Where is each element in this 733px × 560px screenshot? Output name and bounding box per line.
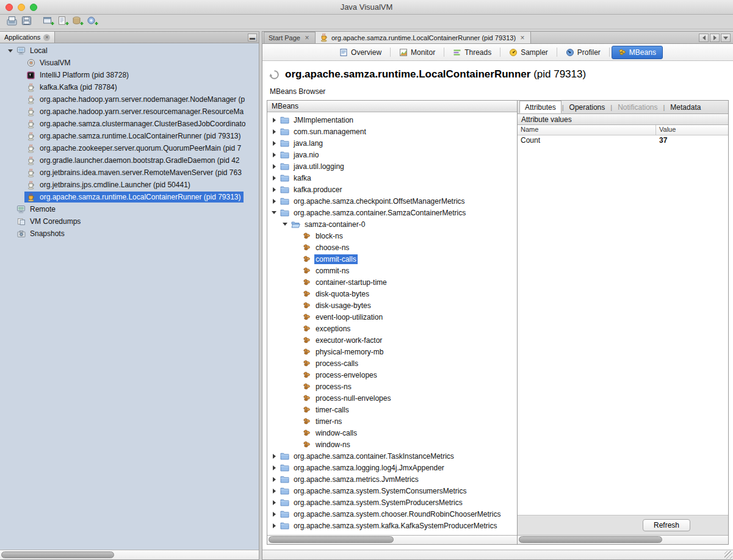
application-tree-item[interactable]: org.apache.samza.runtime.LocalContainerR… bbox=[0, 130, 259, 142]
scrollbar-thumb[interactable] bbox=[269, 536, 394, 543]
close-icon[interactable]: × bbox=[43, 34, 50, 41]
document-tab[interactable]: Start Page× bbox=[264, 32, 316, 43]
mbean-tree-item[interactable]: timer-calls bbox=[267, 404, 517, 415]
tab-attributes[interactable]: Attributes bbox=[519, 101, 561, 113]
scroll-tabs-right-button[interactable] bbox=[710, 34, 720, 42]
disclosure-triangle[interactable] bbox=[270, 523, 278, 528]
documents-list-button[interactable] bbox=[721, 34, 731, 42]
disclosure-triangle[interactable] bbox=[270, 176, 278, 181]
tab-notifications[interactable]: Notifications bbox=[613, 101, 662, 113]
disclosure-triangle[interactable] bbox=[270, 187, 278, 192]
mbean-tree-item[interactable]: java.lang bbox=[267, 137, 517, 149]
mbean-tree-item[interactable]: kafka.producer bbox=[267, 184, 517, 195]
application-tree-item[interactable]: org.gradle.launcher.daemon.bootstrap.Gra… bbox=[0, 154, 259, 167]
application-tree-item[interactable]: VM Coredumps bbox=[0, 215, 259, 228]
open-snapshot-button[interactable] bbox=[5, 16, 20, 28]
mbean-tree-item[interactable]: commit-calls bbox=[267, 253, 517, 265]
application-tree-item[interactable]: org.apache.samza.runtime.LocalContainerR… bbox=[0, 191, 259, 203]
thread-dump-button[interactable] bbox=[56, 16, 71, 28]
mbeans-horizontal-scrollbar[interactable] bbox=[267, 535, 517, 544]
disclosure-triangle[interactable] bbox=[270, 465, 278, 470]
mbean-tree-item[interactable]: commit-ns bbox=[267, 265, 517, 276]
mbean-tree-item[interactable]: executor-work-factor bbox=[267, 334, 517, 346]
mbean-tree-item[interactable]: samza-container-0 bbox=[267, 218, 517, 230]
disclosure-triangle[interactable] bbox=[270, 199, 278, 204]
mbean-tree-item[interactable]: org.apache.samza.system.kafka.KafkaSyste… bbox=[267, 520, 517, 531]
application-tree-item[interactable]: org.apache.hadoop.yarn.server.resourcema… bbox=[0, 106, 259, 118]
disclosure-triangle[interactable] bbox=[270, 141, 278, 146]
application-tree-item[interactable]: Local bbox=[0, 45, 259, 57]
close-icon[interactable]: × bbox=[519, 34, 526, 41]
mbean-tree-item[interactable]: org.apache.samza.system.SystemProducersM… bbox=[267, 497, 517, 508]
application-tree-item[interactable]: org.apache.zookeeper.server.quorum.Quoru… bbox=[0, 142, 259, 154]
view-button-mbeans[interactable]: MBeans bbox=[612, 46, 663, 59]
column-header-name[interactable]: Name bbox=[518, 125, 656, 135]
detail-bottom-scrollbar[interactable] bbox=[262, 550, 733, 559]
disclosure-triangle[interactable] bbox=[270, 500, 278, 505]
application-tree-item[interactable]: org.jetbrains.jps.cmdline.Launcher (pid … bbox=[0, 179, 259, 191]
refresh-button[interactable]: Refresh bbox=[643, 519, 690, 531]
disclosure-triangle[interactable] bbox=[270, 454, 278, 459]
disclosure-triangle[interactable] bbox=[270, 211, 278, 214]
disclosure-triangle[interactable] bbox=[270, 489, 278, 494]
minimize-window-button[interactable] bbox=[18, 4, 25, 11]
scroll-tabs-left-button[interactable] bbox=[699, 34, 709, 42]
mbean-tree-item[interactable]: JMImplementation bbox=[267, 114, 517, 126]
close-icon[interactable]: × bbox=[303, 34, 311, 41]
mbean-tree-item[interactable]: org.apache.samza.logging.log4j.JmxAppend… bbox=[267, 462, 517, 473]
view-button-sampler[interactable]: Sampler bbox=[502, 46, 555, 59]
mbean-tree-item[interactable]: event-loop-utilization bbox=[267, 311, 517, 323]
tab-operations[interactable]: Operations bbox=[565, 101, 610, 113]
close-window-button[interactable] bbox=[5, 4, 13, 11]
mbean-tree-item[interactable]: disk-quota-bytes bbox=[267, 288, 517, 300]
application-tree-item[interactable]: org.apache.hadoop.yarn.server.nodemanage… bbox=[0, 93, 259, 106]
mbean-tree-item[interactable]: window-ns bbox=[267, 439, 517, 450]
scrollbar-thumb[interactable] bbox=[519, 536, 662, 543]
mbean-tree-item[interactable]: org.apache.samza.checkpoint.OffsetManage… bbox=[267, 195, 517, 207]
application-tree-item[interactable]: org.jetbrains.idea.maven.server.RemoteMa… bbox=[0, 167, 259, 179]
tab-applications[interactable]: Applications × bbox=[0, 32, 55, 43]
document-tab[interactable]: org.apache.samza.runtime.LocalContainerR… bbox=[315, 31, 531, 43]
mbean-tree-item[interactable]: kafka bbox=[267, 172, 517, 184]
view-button-monitor[interactable]: Monitor bbox=[392, 46, 442, 59]
mbean-tree-item[interactable]: org.apache.samza.system.SystemConsumersM… bbox=[267, 485, 517, 497]
minimize-panel-button[interactable]: ▬ bbox=[248, 34, 257, 41]
attribute-row[interactable]: Count37 bbox=[518, 135, 728, 146]
mbean-tree-item[interactable]: block-ns bbox=[267, 230, 517, 242]
application-tree-item[interactable]: IntelliJ Platform (pid 38728) bbox=[0, 69, 259, 81]
view-button-threads[interactable]: Threads bbox=[446, 46, 498, 59]
mbean-tree-item[interactable]: choose-ns bbox=[267, 242, 517, 253]
application-tree-item[interactable]: VisualVM bbox=[0, 57, 259, 69]
tab-metadata[interactable]: Metadata bbox=[665, 101, 706, 113]
applications-horizontal-scrollbar[interactable] bbox=[0, 550, 259, 559]
resize-grip-icon[interactable] bbox=[724, 551, 732, 559]
view-button-overview[interactable]: Overview bbox=[333, 46, 388, 59]
scrollbar-thumb[interactable] bbox=[1, 551, 114, 558]
application-tree-item[interactable]: Snapshots bbox=[0, 228, 259, 240]
disclosure-triangle[interactable] bbox=[270, 164, 278, 169]
heap-dump-button[interactable] bbox=[71, 16, 85, 28]
mbean-tree-item[interactable]: org.apache.samza.system.chooser.RoundRob… bbox=[267, 508, 517, 520]
disclosure-triangle[interactable] bbox=[270, 153, 278, 157]
attributes-horizontal-scrollbar[interactable] bbox=[518, 535, 728, 544]
profiler-snapshot-button[interactable] bbox=[85, 16, 100, 28]
view-button-profiler[interactable]: Profiler bbox=[559, 46, 607, 59]
mbean-tree-item[interactable]: java.nio bbox=[267, 149, 517, 160]
save-snapshot-button[interactable] bbox=[20, 16, 34, 28]
application-tree-item[interactable]: Remote bbox=[0, 203, 259, 215]
column-header-value[interactable]: Value bbox=[656, 125, 728, 135]
mbean-tree-item[interactable]: process-envelopes bbox=[267, 369, 517, 381]
mbean-tree-item[interactable]: com.sun.management bbox=[267, 126, 517, 137]
mbean-tree-item[interactable]: org.apache.samza.container.TaskInstanceM… bbox=[267, 450, 517, 462]
disclosure-triangle[interactable] bbox=[270, 512, 278, 517]
disclosure-triangle[interactable] bbox=[270, 129, 278, 134]
disclosure-triangle[interactable] bbox=[270, 118, 278, 123]
application-tree-item[interactable]: kafka.Kafka (pid 78784) bbox=[0, 81, 259, 93]
application-snapshot-button[interactable] bbox=[42, 16, 56, 28]
mbean-tree-item[interactable]: disk-usage-bytes bbox=[267, 300, 517, 311]
mbean-tree-item[interactable]: timer-ns bbox=[267, 415, 517, 427]
mbean-tree-item[interactable]: exceptions bbox=[267, 323, 517, 334]
mbean-tree-item[interactable]: process-calls bbox=[267, 357, 517, 369]
mbean-tree-item[interactable]: window-calls bbox=[267, 427, 517, 439]
application-tree-item[interactable]: org.apache.samza.clustermanager.ClusterB… bbox=[0, 118, 259, 130]
